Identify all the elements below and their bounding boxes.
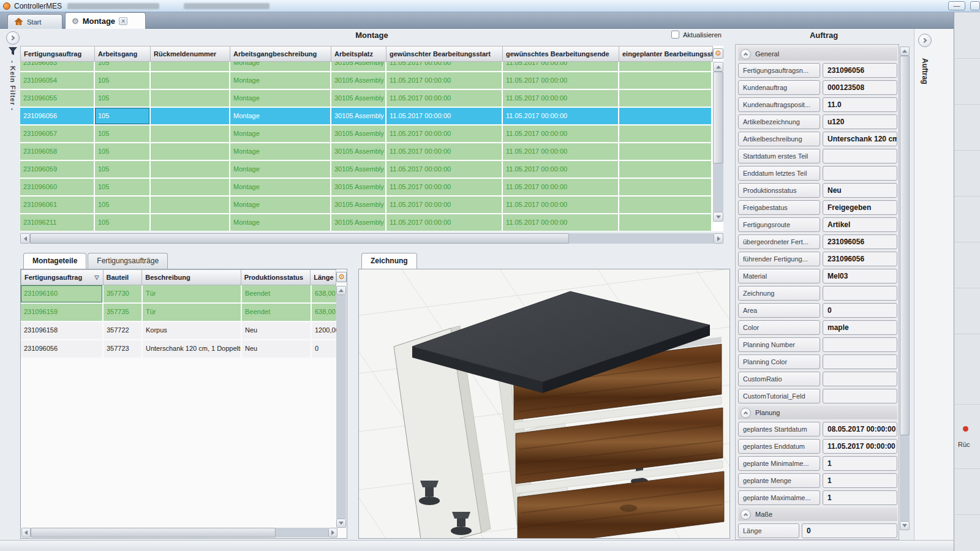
- scroll-right-button[interactable]: [328, 528, 337, 538]
- maximize-button[interactable]: [970, 1, 980, 10]
- field-value[interactable]: maple: [823, 320, 897, 335]
- cell-beschreibung[interactable]: Montage: [230, 179, 330, 195]
- field-value[interactable]: [823, 149, 897, 163]
- cell-fertigungsauftrag[interactable]: 231096159: [21, 304, 102, 321]
- field-value[interactable]: 1: [823, 490, 897, 505]
- cell-start[interactable]: 11.05.2017 00:00:00: [386, 126, 502, 142]
- cell-bauteil[interactable]: 357730: [104, 285, 141, 302]
- field-value[interactable]: 231096056: [823, 234, 897, 249]
- cell-ende[interactable]: 11.05.2017 00:00:00: [503, 72, 618, 89]
- table-row[interactable]: 231096060 105 Montage 30105 Assembly 11.…: [20, 179, 723, 195]
- cell-beschreibung[interactable]: Montage: [230, 197, 330, 213]
- tab-montageteile[interactable]: Montageteile: [23, 253, 86, 269]
- table-row[interactable]: 231096159 357735 Tür Beendet 638,00: [21, 304, 347, 321]
- cell-beschreibung[interactable]: Montage: [230, 214, 330, 231]
- cell-eingeplant[interactable]: [619, 72, 711, 89]
- cell-fertigungsauftrag[interactable]: 231096061: [20, 197, 94, 213]
- scroll-thumb[interactable]: [31, 528, 276, 538]
- field-value[interactable]: u120: [823, 114, 897, 129]
- cell-start[interactable]: 11.05.2017 00:00:00: [386, 72, 502, 89]
- scroll-down-button[interactable]: [713, 212, 723, 222]
- cell-beschreibung[interactable]: Montage: [230, 108, 330, 124]
- cell-start[interactable]: 11.05.2017 00:00:00: [386, 179, 502, 195]
- cell-arbeitsplatz[interactable]: 30105 Assembly: [331, 143, 385, 160]
- cell-arbeitsplatz[interactable]: 30105 Assembly: [331, 62, 385, 71]
- cell-eingeplant[interactable]: [619, 90, 711, 107]
- cell-produktionsstatus[interactable]: Neu: [242, 340, 311, 358]
- cell-arbeitsplatz[interactable]: 30105 Assembly: [331, 108, 385, 124]
- cell-fertigungsauftrag[interactable]: 231096055: [20, 90, 94, 107]
- field-value[interactable]: Artikel: [823, 217, 897, 232]
- cell-fertigungsauftrag[interactable]: 231096056: [21, 340, 102, 358]
- tab-start[interactable]: Start: [7, 14, 62, 29]
- cell-start[interactable]: 11.05.2017 00:00:00: [386, 90, 502, 107]
- cell-fertigungsauftrag[interactable]: 231096058: [20, 143, 94, 160]
- cell-arbeitsplatz[interactable]: 30105 Assembly: [331, 214, 385, 231]
- field-value[interactable]: [823, 286, 897, 301]
- table-row[interactable]: 231096054 105 Montage 30105 Assembly 11.…: [20, 72, 723, 89]
- cell-rueckmeldenummer[interactable]: [151, 126, 229, 142]
- parts-horizontal-scrollbar[interactable]: [21, 528, 337, 538]
- cell-fertigungsauftrag[interactable]: 231096158: [21, 322, 102, 339]
- cell-ende[interactable]: 11.05.2017 00:00:00: [503, 197, 618, 213]
- cell-rueckmeldenummer[interactable]: [151, 143, 229, 160]
- cell-fertigungsauftrag[interactable]: 231096053: [20, 62, 94, 71]
- cell-rueckmeldenummer[interactable]: [151, 90, 229, 107]
- cell-arbeitsgang[interactable]: 105: [95, 72, 149, 89]
- cell-ende[interactable]: 11.05.2017 00:00:00: [503, 126, 618, 142]
- cell-eingeplant[interactable]: [619, 179, 711, 195]
- cabinet-3d-drawing[interactable]: [359, 269, 729, 538]
- tab-montage[interactable]: ⚙ Montage ×: [65, 12, 146, 29]
- column-header[interactable]: Länge: [311, 269, 336, 285]
- cell-eingeplant[interactable]: [619, 143, 711, 160]
- field-value[interactable]: Freigegeben: [823, 200, 897, 215]
- table-row[interactable]: 231096211 105 Montage 30105 Assembly 11.…: [20, 214, 723, 231]
- cell-rueckmeldenummer[interactable]: [151, 72, 229, 89]
- field-value[interactable]: [823, 389, 897, 403]
- cell-fertigungsauftrag[interactable]: 231096057: [20, 126, 94, 142]
- cell-fertigungsauftrag[interactable]: 231096160: [21, 285, 102, 302]
- cell-rueckmeldenummer[interactable]: [151, 161, 229, 178]
- scroll-right-button[interactable]: [714, 233, 723, 244]
- auftrag-vertical-scrollbar[interactable]: [900, 47, 910, 530]
- cell-eingeplant[interactable]: [619, 197, 711, 213]
- field-value[interactable]: 231096056: [823, 63, 897, 78]
- cell-ende[interactable]: 11.05.2017 00:00:00: [503, 179, 618, 195]
- table-row[interactable]: 231096058 105 Montage 30105 Assembly 11.…: [20, 143, 723, 160]
- cell-beschreibung[interactable]: Montage: [230, 143, 330, 160]
- cell-beschreibung[interactable]: Montage: [230, 90, 330, 107]
- scroll-up-button[interactable]: [900, 47, 910, 56]
- collapse-panel-button[interactable]: [6, 31, 20, 45]
- filter-icon[interactable]: [8, 47, 18, 56]
- cell-eingeplant[interactable]: [619, 108, 711, 124]
- cell-rueckmeldenummer[interactable]: [151, 108, 229, 124]
- table-row[interactable]: 231096056 357723 Unterschank 120 cm, 1 D…: [21, 340, 347, 358]
- field-value[interactable]: Unterschank 120 cm, 1 Do: [823, 132, 897, 146]
- cell-fertigungsauftrag[interactable]: 231096060: [20, 179, 94, 195]
- cell-arbeitsplatz[interactable]: 30105 Assembly: [331, 179, 385, 195]
- column-header[interactable]: Arbeitsgang: [95, 46, 151, 62]
- cell-arbeitsgang[interactable]: 105: [95, 214, 149, 231]
- scroll-down-button[interactable]: [336, 519, 346, 528]
- table-row[interactable]: 231096053 105 Montage 30105 Assembly 11.…: [20, 62, 723, 71]
- auftrag-side-tab[interactable]: Auftrag: [921, 58, 929, 84]
- scroll-thumb[interactable]: [900, 56, 910, 435]
- montage-horizontal-scrollbar[interactable]: [20, 233, 723, 244]
- close-tab-icon[interactable]: ×: [119, 17, 127, 25]
- table-row[interactable]: 231096057 105 Montage 30105 Assembly 11.…: [20, 126, 723, 142]
- cell-beschreibung[interactable]: Korpus: [143, 322, 241, 339]
- collapse-section-button[interactable]: [741, 408, 751, 418]
- cell-beschreibung[interactable]: Tür: [143, 285, 241, 302]
- cell-start[interactable]: 11.05.2017 00:00:00: [386, 197, 502, 213]
- cell-ende[interactable]: 11.05.2017 00:00:00: [503, 214, 618, 231]
- cell-beschreibung[interactable]: Montage: [230, 72, 330, 89]
- cell-bauteil[interactable]: 357735: [104, 304, 141, 321]
- cell-beschreibung[interactable]: Montage: [230, 161, 330, 178]
- cell-arbeitsgang[interactable]: 105: [95, 62, 149, 71]
- table-row[interactable]: 231096158 357722 Korpus Neu 1200,00: [21, 322, 347, 339]
- field-value[interactable]: Mel03: [823, 269, 897, 283]
- cell-rueckmeldenummer[interactable]: [151, 62, 229, 71]
- column-header[interactable]: Fertigungsauftrag: [20, 46, 95, 62]
- table-row[interactable]: 231096056 105 Montage 30105 Assembly 11.…: [20, 108, 723, 124]
- field-value[interactable]: 0: [802, 523, 897, 538]
